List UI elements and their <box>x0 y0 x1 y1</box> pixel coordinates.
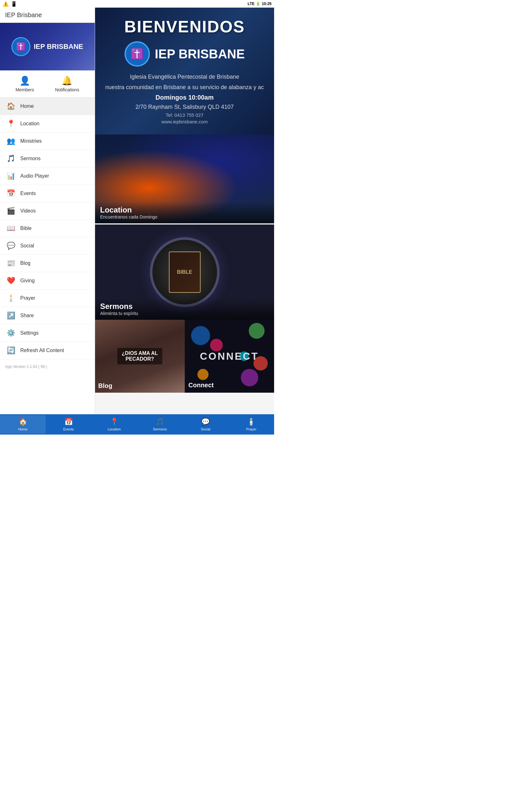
connect-content: Connect CONNECT <box>185 320 274 393</box>
sidebar-title: IEP Brisbane <box>0 8 95 23</box>
location-card-subtitle: Encuentranos cada Domingo <box>100 214 269 219</box>
sidebar-item-location[interactable]: 📍 Location <box>0 115 95 133</box>
bottom-nav-label-prayer: Prayer <box>246 427 257 431</box>
sidebar-label-share: Share <box>20 313 34 318</box>
warning-icon: ⚠️ <box>3 1 9 7</box>
sidebar-banner: ✝️ IEP BRISBANE <box>0 23 95 70</box>
sidebar-item-blog[interactable]: 📰 Blog <box>0 255 95 272</box>
bottom-nav-label-home: Home <box>18 427 27 431</box>
bottom-nav-item-sermons[interactable]: 🎵 Sermons <box>137 415 183 434</box>
hero-address: 2/70 Raynham St, Salisbury QLD 4107 <box>135 104 233 110</box>
hero-title: BIENVENIDOS <box>124 17 245 36</box>
members-icon: 👤 <box>19 75 31 86</box>
sidebar-label-social: Social <box>20 243 34 249</box>
sidebar-item-refresh[interactable]: 🔄 Refresh All Content <box>0 342 95 359</box>
hero-brand-text: IEP BRISBANE <box>155 47 245 61</box>
sidebar-label-blog: Blog <box>20 260 31 266</box>
sidebar-item-sermons[interactable]: 🎵 Sermons <box>0 150 95 167</box>
location-icon: 📍 <box>6 119 15 128</box>
giving-icon: ❤️ <box>6 276 15 285</box>
bottom-nav-icon-social: 💬 <box>201 418 210 426</box>
sermons-card-subtitle: Aliménta tu espíritu <box>100 311 269 316</box>
blog-icon: 📰 <box>6 259 15 267</box>
blog-card[interactable]: ¿DIOS AMA AL PECADOR? Blog <box>95 320 185 393</box>
sidebar-item-social[interactable]: 💬 Social <box>0 237 95 255</box>
bottom-nav-icon-prayer: 🕯️ <box>247 418 256 426</box>
connect-label: CONNECT <box>200 351 259 362</box>
bottom-nav: 🏠 Home 📅 Events 📍 Location 🎵 Sermons 💬 S… <box>0 414 274 435</box>
social-icon: 💬 <box>6 242 15 250</box>
sidebar-item-prayer[interactable]: 🕯️ Prayer <box>0 290 95 307</box>
sidebar-label-bible: Bible <box>20 225 32 231</box>
sidebar-label-home: Home <box>20 103 34 109</box>
sidebar-logo: ✝️ IEP BRISBANE <box>11 37 83 56</box>
sidebar-item-giving[interactable]: ❤️ Giving <box>0 272 95 290</box>
status-bar-right: LTE 🔋 10:25 <box>248 2 272 6</box>
battery-icon: 🔋 <box>256 2 261 6</box>
bottom-nav-item-events[interactable]: 📅 Events <box>46 415 91 434</box>
share-icon: ↗️ <box>6 311 15 320</box>
sidebar-item-ministries[interactable]: 👥 Ministries <box>0 133 95 150</box>
bottom-nav-items: 🏠 Home 📅 Events 📍 Location 🎵 Sermons 💬 S… <box>0 415 274 434</box>
sidebar-label-settings: Settings <box>20 330 39 336</box>
bottom-nav-label-events: Events <box>63 427 74 431</box>
sidebar-label-prayer: Prayer <box>20 295 35 301</box>
hero-schedule: Domingos 10:00am <box>156 94 214 101</box>
sidebar-item-settings[interactable]: ⚙️ Settings <box>0 324 95 342</box>
bottom-nav-item-prayer[interactable]: 🕯️ Prayer <box>228 415 274 434</box>
hero-phone: Tel: 0413 755 027 <box>166 112 204 118</box>
blog-card-title: Blog <box>98 382 112 390</box>
bottom-nav-label-sermons: Sermons <box>153 427 167 431</box>
location-card[interactable]: Location Encuentranos cada Domingo <box>95 135 274 223</box>
bottom-nav-icon-sermons: 🎵 <box>156 418 164 426</box>
sidebar-nav: 🏠 Home 📍 Location 👥 Ministries 🎵 Sermons… <box>0 98 95 359</box>
connect-card-title: Connect <box>188 382 214 389</box>
hero-logo-row: ✝️ IEP BRISBANE <box>124 41 245 67</box>
sidebar-item-events[interactable]: 📅 Events <box>0 185 95 202</box>
bottom-nav-icon-home: 🏠 <box>19 418 27 426</box>
sidebar-item-bible[interactable]: 📖 Bible <box>0 220 95 237</box>
bottom-nav-label-location: Location <box>108 427 121 431</box>
sidebar-label-events: Events <box>20 191 36 196</box>
members-label: Members <box>15 87 34 92</box>
bottom-nav-item-social[interactable]: 💬 Social <box>183 415 228 434</box>
notifications-button[interactable]: 🔔 Notifications <box>55 75 79 92</box>
sidebar-label-videos: Videos <box>20 208 36 214</box>
sidebar-label-refresh: Refresh All Content <box>20 348 64 353</box>
sidebar-label-giving: Giving <box>20 278 35 284</box>
blog-overlay-text: ¿DIOS AMA AL PECADOR? <box>122 351 158 362</box>
sidebar-item-share[interactable]: ↗️ Share <box>0 307 95 324</box>
prayer-icon: 🕯️ <box>6 294 15 302</box>
members-button[interactable]: 👤 Members <box>15 75 34 92</box>
app-icon: 📱 <box>11 1 17 7</box>
hero-subtitle: Iglesia Evangélica Pentecostal de Brisba… <box>130 73 239 80</box>
hero-banner: BIENVENIDOS ✝️ IEP BRISBANE Iglesia Evan… <box>95 8 274 135</box>
status-bar-left: ⚠️ 📱 <box>3 1 17 7</box>
bottom-nav-icon-location: 📍 <box>110 418 118 426</box>
cross-icon: ✝️ <box>16 42 26 51</box>
connect-card[interactable]: Connect CONNECT <box>185 320 274 393</box>
main-content: BIENVENIDOS ✝️ IEP BRISBANE Iglesia Evan… <box>95 8 274 414</box>
bottom-nav-icon-events: 📅 <box>64 418 73 426</box>
time-display: 10:25 <box>262 2 272 6</box>
bottom-nav-item-home[interactable]: 🏠 Home <box>0 415 46 434</box>
hero-website: www.iepbrisbane.com <box>162 119 208 124</box>
sidebar-label-location: Location <box>20 121 40 126</box>
sidebar-item-videos[interactable]: 🎬 Videos <box>0 202 95 220</box>
hero-cross-icon: ✝️ <box>131 48 144 60</box>
bottom-nav-item-location[interactable]: 📍 Location <box>91 415 137 434</box>
sidebar-brand: IEP BRISBANE <box>34 43 83 51</box>
events-icon: 📅 <box>6 189 15 198</box>
sidebar-label-ministries: Ministries <box>20 138 42 144</box>
bible-icon: 📖 <box>6 224 15 233</box>
sermons-card[interactable]: BIBLE Sermons Aliménta tu espíritu <box>95 224 274 320</box>
sidebar-item-home[interactable]: 🏠 Home <box>0 98 95 115</box>
audio-player-icon: 📊 <box>6 172 15 180</box>
bottom-cards-row: ¿DIOS AMA AL PECADOR? Blog Connect CONNE… <box>95 320 274 393</box>
sermons-card-overlay: Sermons Aliménta tu espíritu <box>95 298 274 320</box>
sidebar-item-audio-player[interactable]: 📊 Audio Player <box>0 167 95 185</box>
bottom-nav-label-social: Social <box>201 427 210 431</box>
sidebar-label-audio-player: Audio Player <box>20 173 49 179</box>
sidebar-logo-circle: ✝️ <box>11 37 31 56</box>
sermons-card-title: Sermons <box>100 302 269 311</box>
